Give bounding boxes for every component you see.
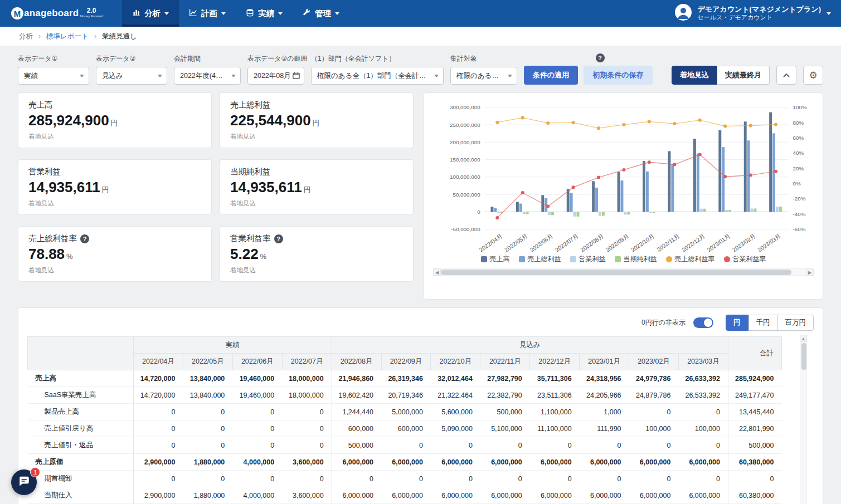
cell-value: 0 [134, 420, 183, 437]
cell-value: 4,000,000 [232, 487, 282, 504]
cell-value: 0 [530, 471, 580, 487]
scroll-up-arrow[interactable]: ▲ [800, 335, 807, 342]
cell-value: 6,000,000 [629, 487, 679, 504]
row-label: 期首棚卸 [28, 471, 134, 487]
table-vertical-scrollbar: ▲ [800, 335, 807, 504]
breadcrumb-analysis[interactable]: 分析 [19, 32, 33, 41]
legend-item[interactable]: 営業利益 [570, 255, 606, 264]
fiscal-period-select[interactable]: 2022年度(4月1... [174, 67, 241, 85]
cell-value: 0 [134, 437, 183, 454]
table-row[interactable]: SaaS事業売上高14,720,00013,840,00019,460,0001… [28, 387, 782, 404]
kpi-value: 285,924,900円 [28, 112, 201, 129]
chevron-down-icon [278, 12, 283, 15]
last-actual-month-button[interactable]: 実績最終月 [717, 66, 770, 85]
column-header: 2022/06月 [232, 354, 282, 370]
chevron-down-icon [827, 12, 831, 15]
scroll-right-arrow[interactable]: ▶ [806, 268, 814, 276]
table-row[interactable]: 製品売上高00001,244,4405,000,0005,600,000500,… [28, 404, 782, 420]
chevron-down-icon [335, 12, 339, 15]
nav-item-manage[interactable]: 管理 [293, 0, 349, 27]
legend-item[interactable]: 営業利益率 [724, 255, 766, 264]
cell-value: 0 [431, 437, 480, 454]
help-icon[interactable]: ? [274, 234, 283, 243]
chevron-down-icon [231, 75, 236, 77]
breadcrumb-standard-report[interactable]: 標準レポート [46, 32, 89, 41]
cell-value: 13,840,000 [183, 370, 232, 387]
table-row[interactable]: 当期仕入2,900,0001,880,0004,000,0003,600,000… [28, 487, 782, 504]
cell-value: 14,720,000 [134, 387, 183, 404]
cell-value: 0 [183, 420, 232, 437]
chevron-down-icon [158, 75, 162, 77]
svg-text:250,000,000: 250,000,000 [450, 122, 480, 128]
collapse-filters-button[interactable] [776, 66, 796, 85]
aggregation-target-select[interactable]: 権限のある全タグ [450, 67, 517, 85]
landing-forecast-button[interactable]: 着地見込 [672, 66, 717, 85]
save-initial-conditions-button[interactable]: 初期条件の保存 [584, 66, 652, 85]
column-header: 2022/12月 [530, 354, 580, 370]
svg-text:-50,000,000: -50,000,000 [451, 226, 480, 232]
cell-value: 5,600,000 [431, 404, 480, 420]
nav-item-results[interactable]: 実績 [236, 0, 293, 27]
help-icon[interactable]: ? [596, 53, 605, 62]
column-header: 2022/07月 [282, 354, 332, 370]
chat-launcher-button[interactable]: 1 [11, 469, 37, 495]
cell-value: 19,460,000 [232, 387, 282, 404]
gear-icon: ⚙ [809, 70, 817, 81]
unit-thousand-yen-button[interactable]: 千円 [748, 315, 778, 331]
settings-button[interactable]: ⚙ [803, 66, 823, 85]
help-icon[interactable]: ? [80, 234, 89, 243]
cell-value: 0 [480, 471, 530, 487]
svg-text:2023/01月: 2023/01月 [706, 233, 731, 253]
kpi-value: 225,544,900円 [230, 112, 403, 129]
cell-value: 6,000,000 [431, 487, 480, 504]
row-total: 285,924,900 [728, 370, 782, 387]
row-total: 13,445,440 [728, 404, 782, 420]
cell-value: 6,000,000 [431, 454, 480, 471]
svg-text:150,000,000: 150,000,000 [450, 156, 480, 163]
cell-value: 5,000,000 [381, 404, 431, 420]
display-data-2-select[interactable]: 見込み [96, 67, 167, 85]
nav-item-analysis[interactable]: 分析 [122, 0, 179, 27]
row-label: SaaS事業売上高 [28, 387, 134, 404]
legend-item[interactable]: 売上総利益率 [666, 255, 715, 264]
table-row[interactable]: 売上値引戻り高0000600,000600,0005,090,0005,100,… [28, 420, 782, 437]
app-logo[interactable]: Manageboard 2.0 Money Forward [11, 0, 103, 27]
legend-swatch [481, 256, 487, 262]
scrollbar-track[interactable] [441, 268, 806, 276]
scrollbar-thumb[interactable] [801, 343, 806, 370]
department-select[interactable]: 権限のある全（1）部門（全会計ソフト） [311, 67, 444, 85]
table-row[interactable]: 売上原価2,900,0001,880,0004,000,0003,600,000… [28, 454, 782, 471]
apply-conditions-button[interactable]: 条件の適用 [524, 66, 578, 85]
scrollbar-track[interactable] [800, 342, 807, 504]
hide-zero-rows-toggle[interactable] [693, 317, 713, 328]
legend-item[interactable]: 売上高 [481, 255, 510, 264]
chat-icon [18, 475, 30, 490]
kpi-value: 78.88% [28, 246, 201, 263]
kpi-value: 14,935,611円 [230, 179, 403, 196]
filter-label: 表示データ① [18, 54, 89, 63]
nav-item-plan[interactable]: 計画 [179, 0, 236, 27]
data2-range-date-input[interactable]: 2022年08月 [247, 67, 304, 85]
svg-text:80%: 80% [793, 120, 804, 126]
scrollbar-thumb[interactable] [441, 270, 791, 275]
cell-value: 0 [381, 471, 431, 487]
table-row[interactable]: 期首棚卸0000000000000 [28, 471, 782, 487]
unit-million-yen-button[interactable]: 百万円 [778, 315, 814, 331]
kpi-value: 5.22% [230, 246, 403, 263]
svg-text:0: 0 [477, 209, 480, 215]
unit-yen-button[interactable]: 円 [726, 315, 748, 331]
logo-m-icon: M [11, 7, 23, 19]
legend-item[interactable]: 当期純利益 [615, 255, 657, 264]
filter-display-data-1: 表示データ① 実績 [18, 54, 89, 85]
table-row[interactable]: 売上高14,720,00013,840,00019,460,00018,000,… [28, 370, 782, 387]
cell-value: 11,100,000 [530, 420, 580, 437]
scroll-left-arrow[interactable]: ◀ [433, 268, 441, 276]
display-data-1-select[interactable]: 実績 [18, 67, 89, 85]
table-row[interactable]: 売上値引・返品0000500,0000000000500,000 [28, 437, 782, 454]
account-menu[interactable]: デモアカウント(マネジメントプラン) セールス・デモアカウント [675, 0, 831, 27]
cell-value: 6,000,000 [580, 454, 629, 471]
table-controls: 0円行の非表示 円 千円 百万円 [27, 315, 814, 331]
cell-value: 0 [580, 437, 629, 454]
legend-item[interactable]: 売上総利益 [519, 255, 561, 264]
chart-legend: 売上高売上総利益営業利益当期純利益売上総利益率営業利益率 [430, 255, 817, 264]
